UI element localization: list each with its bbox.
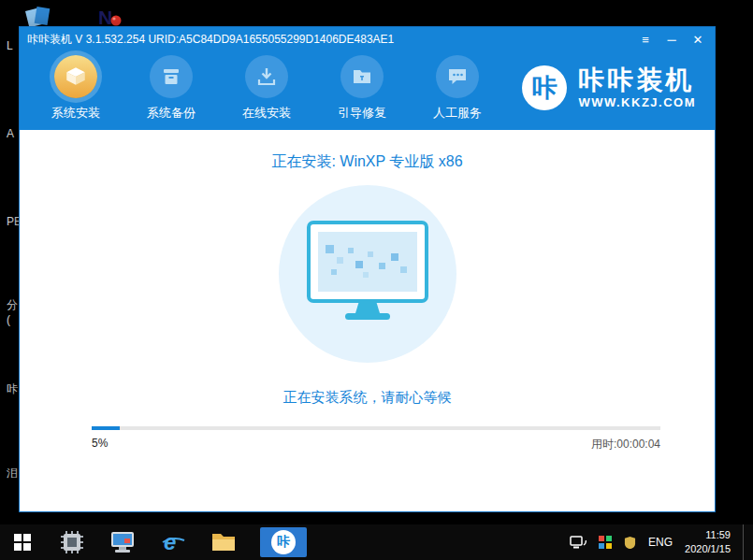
- taskbar-item-explorer[interactable]: [210, 528, 238, 556]
- start-button[interactable]: [0, 524, 45, 560]
- brand-name: 咔咔装机: [578, 66, 696, 95]
- elapsed-time: 用时:00:00:04: [591, 437, 660, 452]
- notepad-letter: N: [98, 7, 112, 28]
- shield-icon[interactable]: [624, 536, 636, 550]
- kaka-installer-window: 咔咔装机 V 3.1.532.254 URID:A5C84DD9A1655055…: [19, 26, 716, 512]
- installing-title: 正在安装: WinXP 专业版 x86: [271, 152, 462, 172]
- toolbar-item-human-service[interactable]: 人工服务: [426, 55, 489, 122]
- progress-area: 5% 用时:00:00:04: [92, 426, 660, 452]
- edge-label-fragment: 泪: [7, 466, 18, 481]
- taskbar-item-browser[interactable]: e: [159, 528, 187, 556]
- desktop-edge-labels: L A PE 分 ( 咔 泪: [0, 0, 19, 560]
- toolbar-item-label: 人工服务: [433, 105, 482, 122]
- svg-text:e: e: [164, 530, 176, 554]
- main-toolbar: 系统安装 系统备份: [20, 51, 715, 130]
- folder-icon: [210, 531, 237, 553]
- download-icon: [245, 55, 288, 98]
- folder-repair-icon: [340, 55, 384, 98]
- toolbar-item-label: 系统备份: [147, 105, 195, 122]
- taskbar-clock[interactable]: 11:59 2020/1/15: [685, 528, 731, 556]
- toolbar-item-system-backup[interactable]: 系统备份: [139, 55, 203, 122]
- edge-label-fragment: L: [7, 39, 13, 52]
- color-grid-icon[interactable]: [599, 536, 612, 549]
- progress-bar: [92, 426, 660, 430]
- toolbar-item-system-install[interactable]: 系统安装: [44, 55, 108, 122]
- brand-mark-icon: 咔: [522, 65, 567, 110]
- taskbar-item-computer[interactable]: [109, 528, 137, 556]
- system-tray: ENG 11:59 2020/1/15: [570, 524, 753, 560]
- menu-button[interactable]: ≡: [632, 27, 659, 51]
- taskbar-item-hardware[interactable]: [58, 528, 86, 556]
- brand-site: WWW.KKZJ.COM: [578, 95, 696, 109]
- cpu-chip-icon: [60, 530, 84, 554]
- toolbar-item-online-install[interactable]: 在线安装: [235, 55, 298, 122]
- install-progress-panel: 正在安装: WinXP 专业版 x86 正在安装系统，请耐心等候: [20, 130, 715, 511]
- ie-browser-icon: e: [161, 530, 185, 554]
- toolbar-item-label: 引导修复: [338, 105, 386, 122]
- progress-fill: [92, 426, 120, 430]
- clock-time: 11:59: [685, 528, 731, 542]
- taskbar-item-kaka-active[interactable]: 咔: [260, 527, 307, 557]
- toolbar-item-label: 系统安装: [51, 105, 100, 122]
- windows-logo-icon: [14, 534, 31, 551]
- status-text: 正在安装系统，请耐心等候: [283, 389, 452, 407]
- monitor-illustration-icon: [306, 220, 429, 328]
- brand-logo: 咔 咔咔装机 WWW.KKZJ.COM: [522, 65, 696, 110]
- toolbar-item-label: 在线安装: [242, 105, 291, 122]
- close-button[interactable]: ✕: [685, 27, 711, 51]
- edge-label-fragment: 咔: [7, 381, 18, 397]
- computer-icon: [109, 530, 136, 554]
- progress-percent: 5%: [92, 437, 108, 452]
- minimize-button[interactable]: ─: [659, 27, 685, 51]
- kaka-app-icon: 咔: [271, 530, 296, 554]
- taskbar: e 咔: [0, 524, 753, 560]
- show-desktop-button[interactable]: [743, 524, 747, 560]
- illustration-circle: [279, 185, 456, 363]
- backup-box-icon: [150, 55, 193, 98]
- clock-date: 2020/1/15: [685, 542, 731, 556]
- window-titlebar[interactable]: 咔咔装机 V 3.1.532.254 URID:A5C84DD9A1655055…: [20, 27, 715, 51]
- toolbar-item-boot-repair[interactable]: 引导修复: [330, 55, 394, 122]
- window-title: 咔咔装机 V 3.1.532.254 URID:A5C84DD9A1655055…: [27, 32, 632, 48]
- edge-label-fragment: 分: [7, 297, 18, 313]
- install-box-icon: [54, 55, 97, 98]
- edge-label-fragment: (: [7, 313, 10, 326]
- chat-service-icon: [436, 55, 479, 98]
- language-indicator[interactable]: ENG: [648, 536, 673, 549]
- edge-label-fragment: A: [7, 127, 14, 140]
- network-icon[interactable]: [570, 536, 586, 550]
